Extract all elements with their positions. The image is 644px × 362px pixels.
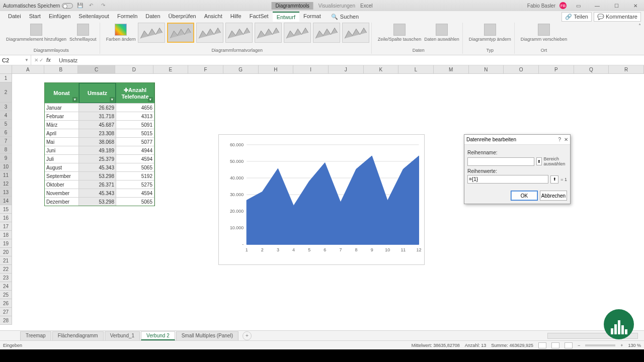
row-header[interactable]: 2: [0, 82, 12, 103]
row-header[interactable]: 15: [0, 205, 12, 214]
col-header[interactable]: Q: [574, 65, 609, 73]
move-chart-button[interactable]: Diagramm verschieben: [520, 23, 569, 43]
comments-button[interactable]: 💬 Kommentare: [594, 12, 641, 22]
filter-icon[interactable]: ▾: [110, 97, 115, 102]
table-row[interactable]: Februar31.7184313: [45, 112, 154, 120]
row-header[interactable]: 24: [0, 282, 12, 291]
row-header[interactable]: 10: [0, 162, 12, 171]
autosave-toggle[interactable]: [62, 3, 73, 9]
menu-hilfe[interactable]: Hilfe: [226, 12, 246, 22]
col-header[interactable]: C: [78, 65, 115, 73]
sheet-tab[interactable]: Small Multiples (Panel): [176, 331, 238, 340]
row-header[interactable]: 6: [0, 128, 12, 137]
table-cell[interactable]: August: [45, 163, 79, 171]
select-all-corner[interactable]: [0, 65, 12, 73]
row-header[interactable]: 23: [0, 274, 12, 282]
sheet-tab[interactable]: Verbund_1: [105, 331, 140, 340]
sheet-tab[interactable]: Flächendiagramm: [52, 331, 104, 340]
formula-input[interactable]: Umsatz: [56, 57, 77, 63]
table-cell[interactable]: 26.371: [79, 180, 116, 189]
range-picker-icon[interactable]: ⬆: [536, 157, 542, 165]
zoom-level[interactable]: 130 %: [628, 343, 641, 348]
table-cell[interactable]: 5091: [116, 120, 154, 129]
filter-icon[interactable]: ▾: [72, 97, 77, 102]
table-header[interactable]: Umsatz▾: [79, 83, 116, 103]
ribbon-options-icon[interactable]: ▭: [571, 0, 586, 11]
undo-icon[interactable]: ↶: [89, 3, 95, 9]
table-cell[interactable]: Februar: [45, 112, 79, 120]
name-box[interactable]: C2▼: [0, 55, 31, 65]
chart-style-thumb[interactable]: [196, 23, 223, 43]
menu-einfügen[interactable]: Einfügen: [45, 12, 74, 22]
col-header[interactable]: N: [469, 65, 504, 73]
search-icon[interactable]: 🔍: [331, 14, 338, 20]
avatar[interactable]: FB: [559, 2, 567, 9]
menu-format[interactable]: Format: [299, 12, 325, 22]
menu-daten[interactable]: Daten: [141, 12, 164, 22]
col-header[interactable]: L: [398, 65, 434, 73]
collapse-ribbon-icon[interactable]: ˄: [638, 23, 641, 29]
table-cell[interactable]: April: [45, 129, 79, 137]
table-cell[interactable]: 5015: [116, 129, 154, 137]
col-header[interactable]: E: [153, 65, 189, 73]
table-cell[interactable]: Juni: [45, 146, 79, 154]
col-header[interactable]: G: [223, 65, 259, 73]
table-cell[interactable]: 38.068: [79, 137, 116, 146]
accept-formula-icon[interactable]: ✓: [39, 57, 43, 63]
menu-überprüfen[interactable]: Überprüfen: [165, 12, 200, 22]
zoom-in-icon[interactable]: +: [620, 343, 623, 348]
filter-icon[interactable]: ▾: [148, 97, 153, 102]
search-label[interactable]: Suchen: [340, 14, 359, 20]
menu-entwurf[interactable]: Entwurf: [273, 12, 299, 22]
redo-icon[interactable]: ↷: [101, 3, 107, 9]
zoom-slider[interactable]: [585, 344, 615, 346]
col-header[interactable]: D: [115, 65, 153, 73]
col-header[interactable]: O: [504, 65, 539, 73]
fx-icon[interactable]: fx: [44, 57, 53, 63]
cancel-button[interactable]: Abbrechen: [540, 191, 567, 201]
row-header[interactable]: 16: [0, 214, 12, 222]
table-row[interactable]: April23.3085015: [45, 129, 154, 137]
table-row[interactable]: September53.2985192: [45, 171, 154, 180]
row-header[interactable]: 21: [0, 256, 12, 265]
row-header[interactable]: 11: [0, 171, 12, 179]
col-header[interactable]: M: [434, 65, 469, 73]
chart-style-thumb[interactable]: [255, 23, 282, 43]
close-icon[interactable]: ✕: [628, 0, 643, 11]
table-row[interactable]: Januar26.6294656: [45, 103, 154, 112]
ok-button[interactable]: OK: [511, 191, 538, 201]
table-cell[interactable]: 45.343: [79, 163, 116, 171]
table-cell[interactable]: Juli: [45, 154, 79, 163]
table-row[interactable]: März45.6875091: [45, 120, 154, 129]
row-header[interactable]: 14: [0, 197, 12, 205]
select-data-button[interactable]: Daten auswählen: [423, 23, 460, 43]
table-row[interactable]: August45.3435065: [45, 163, 154, 171]
chart-style-thumb[interactable]: [342, 23, 369, 43]
chart[interactable]: -10.00020.00030.00040.00050.00060.000123…: [218, 134, 425, 265]
row-header[interactable]: 17: [0, 222, 12, 231]
menu-ansicht[interactable]: Ansicht: [200, 12, 226, 22]
table-cell[interactable]: 5275: [116, 180, 154, 189]
series-values-input[interactable]: [467, 175, 548, 184]
table-row[interactable]: November45.3434594: [45, 189, 154, 197]
row-header[interactable]: 26: [0, 299, 12, 308]
row-header[interactable]: 13: [0, 188, 12, 197]
table-cell[interactable]: 25.379: [79, 154, 116, 163]
menu-datei[interactable]: Datei: [4, 12, 25, 22]
pagebreak-view-icon[interactable]: [565, 342, 573, 348]
add-element-button[interactable]: Diagrammelement hinzufügen: [5, 23, 67, 43]
row-header[interactable]: 27: [0, 308, 12, 316]
table-row[interactable]: Juni49.1894944: [45, 146, 154, 154]
table-header[interactable]: Monat▾: [45, 83, 79, 103]
row-header[interactable]: 18: [0, 231, 12, 239]
row-header[interactable]: 3: [0, 103, 12, 111]
table-cell[interactable]: 4313: [116, 112, 154, 120]
table-cell[interactable]: Oktober: [45, 180, 79, 189]
series-name-input[interactable]: [467, 157, 534, 166]
save-icon[interactable]: 💾: [77, 3, 83, 9]
row-header[interactable]: 28: [0, 316, 12, 325]
col-header[interactable]: H: [259, 65, 294, 73]
new-sheet-button[interactable]: +: [243, 331, 252, 340]
table-cell[interactable]: 23.308: [79, 129, 116, 137]
col-header[interactable]: R: [609, 65, 644, 73]
